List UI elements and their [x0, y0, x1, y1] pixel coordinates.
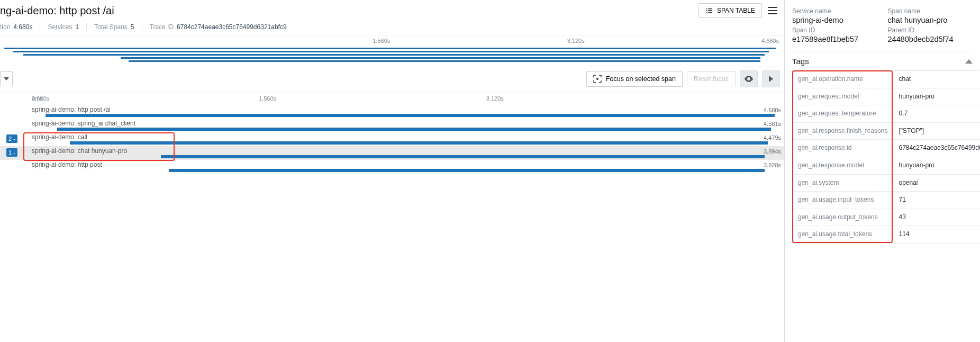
tag-value: chat	[893, 71, 980, 88]
span-duration: 4.581s	[764, 121, 781, 127]
span-label: spring-ai-demo: http post /ai	[32, 106, 111, 113]
trace-meta: tion 4.680s Services 1 Total Spans 5 Tra…	[0, 18, 784, 35]
tag-row: gen_ai.systemopenai	[793, 174, 981, 192]
tags-table: gen_ai.operation.namechatgen_ai.request.…	[792, 70, 980, 244]
chevron-down-icon	[4, 77, 9, 80]
span-row[interactable]: spring-ai-demo: http post /ai4.680s	[0, 105, 784, 119]
tag-row: gen_ai.response.finish_reasons["STOP"]	[793, 122, 981, 140]
span-bar	[169, 169, 765, 172]
service-name: spring-ai-demo	[792, 16, 877, 24]
span-bar	[161, 155, 765, 158]
span-id: e17589ae8f1beb57	[792, 35, 877, 43]
collapse-button[interactable]	[762, 70, 780, 87]
span-row[interactable]: spring-ai-demo: chat hunyuan-pro3.894s	[0, 146, 784, 160]
span-name-label: Span name	[888, 7, 973, 15]
tick-label: 0ms	[32, 95, 43, 102]
tag-row: gen_ai.operation.namechat	[793, 71, 981, 88]
tag-key: gen_ai.response.finish_reasons	[793, 122, 893, 140]
tag-row: gen_ai.usage.total_tokens114	[793, 226, 981, 244]
tick-label: 1.560s	[373, 38, 390, 44]
span-duration: 4.680s	[764, 107, 781, 113]
focus-label: Focus on selected span	[606, 75, 676, 83]
span-row[interactable]: spring-ai-demo: call4.479s	[0, 132, 784, 146]
span-duration: 3.894s	[764, 148, 781, 155]
menu-button[interactable]	[765, 3, 780, 18]
tag-row: gen_ai.response.modelhunyuan-pro	[793, 157, 981, 174]
page-title: ng-ai-demo: http post /ai	[0, 5, 114, 17]
span-duration: 4.479s	[764, 134, 781, 141]
collapse-badge[interactable]: 1 -	[6, 148, 17, 157]
span-bar	[70, 141, 768, 145]
span-label: spring-ai-demo: http post	[32, 161, 102, 168]
tags-label: Tags	[792, 57, 809, 66]
span-label: spring-ai-demo: chat hunyuan-pro	[32, 147, 127, 155]
reset-focus-button: Reset focus	[687, 71, 736, 86]
waterfall[interactable]: 0ms 1.560s 3.120s 4.680s spring-ai-demo:…	[0, 92, 784, 174]
span-table-button[interactable]: SPAN TABLE	[698, 3, 762, 18]
tag-value: 0.7	[893, 105, 980, 123]
collapse-badge[interactable]: 2 -	[6, 134, 17, 143]
tag-value: 6784c274aeae3c65c76499d6321abfc9	[893, 140, 980, 157]
span-name: chat hunyuan-pro	[888, 16, 973, 24]
parent-id: 24480bdecb2d5f74	[888, 35, 973, 43]
tick-label: 1.560s	[259, 95, 276, 102]
tag-value: hunyuan-pro	[893, 88, 980, 105]
visibility-button[interactable]	[740, 70, 758, 87]
tag-key: gen_ai.system	[793, 174, 893, 192]
span-row[interactable]: spring-ai-demo: http post3.828s	[0, 160, 784, 174]
svg-point-0	[596, 78, 598, 80]
tag-key: gen_ai.usage.total_tokens	[793, 226, 893, 244]
tag-key: gen_ai.request.model	[793, 88, 893, 105]
tag-value: 71	[893, 192, 980, 209]
eye-icon	[744, 76, 754, 82]
minimap[interactable]: 1.560s 3.120s 4.680s	[0, 35, 784, 67]
tick-label: 4.680s	[761, 38, 779, 44]
tags-header[interactable]: Tags	[792, 52, 973, 70]
tag-key: gen_ai.request.temperature	[793, 105, 893, 123]
list-icon	[705, 7, 713, 14]
parent-id-label: Parent ID	[888, 26, 973, 34]
span-duration: 3.828s	[764, 162, 781, 168]
span-table-label: SPAN TABLE	[717, 7, 755, 14]
tag-row: gen_ai.response.id6784c274aeae3c65c76499…	[793, 140, 981, 157]
tick-label: 3.120s	[567, 38, 585, 44]
focus-button[interactable]: Focus on selected span	[586, 71, 683, 87]
tag-key: gen_ai.usage.output_tokens	[793, 209, 893, 226]
focus-icon	[593, 75, 602, 83]
span-label: spring-ai-demo: spring_ai chat_client	[32, 120, 135, 127]
tag-value: 43	[893, 209, 980, 226]
span-label: spring-ai-demo: call	[32, 133, 87, 141]
hamburger-icon	[768, 7, 777, 14]
tick-label: 3.120s	[486, 95, 504, 102]
tag-value: 114	[893, 226, 980, 244]
span-id-label: Span ID	[792, 26, 877, 34]
tag-key: gen_ai.usage.input_tokens	[793, 192, 893, 209]
tag-row: gen_ai.request.modelhunyuan-pro	[793, 88, 981, 105]
tag-key: gen_ai.operation.name	[793, 71, 893, 88]
dropdown-toggle[interactable]	[0, 71, 13, 86]
tag-value: hunyuan-pro	[893, 157, 980, 174]
tag-key: gen_ai.response.id	[793, 140, 893, 157]
tag-row: gen_ai.request.temperature0.7	[793, 105, 981, 123]
span-bar	[57, 128, 771, 131]
service-name-label: Service name	[792, 7, 877, 15]
details-panel: Service name spring-ai-demo Span name ch…	[784, 0, 980, 342]
chevron-up-icon	[965, 58, 973, 65]
span-bar	[46, 114, 775, 117]
tag-row: gen_ai.usage.output_tokens43	[793, 209, 981, 226]
tag-key: gen_ai.response.model	[793, 157, 893, 174]
span-row[interactable]: spring-ai-demo: spring_ai chat_client4.5…	[0, 119, 784, 132]
chevron-right-icon	[769, 76, 773, 82]
tag-value: openai	[893, 174, 980, 192]
tag-row: gen_ai.usage.input_tokens71	[793, 192, 981, 209]
tag-value: ["STOP"]	[893, 122, 980, 140]
